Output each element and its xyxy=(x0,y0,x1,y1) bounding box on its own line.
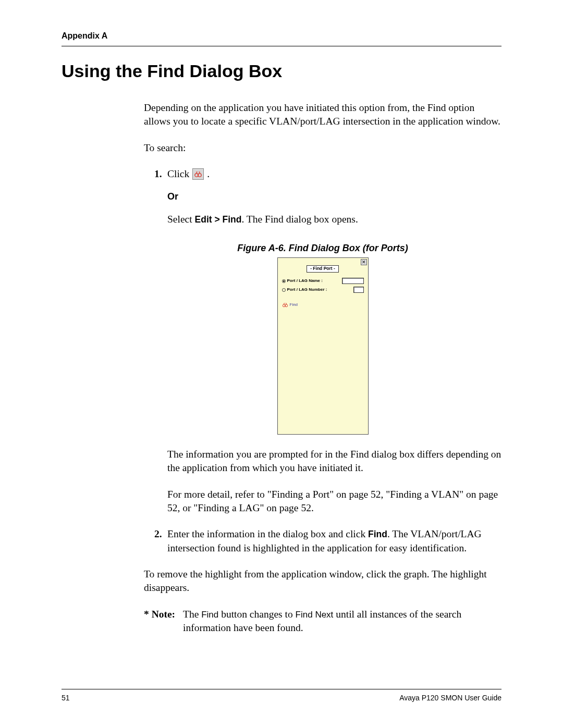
page-footer: 51 Avaya P120 SMON User Guide xyxy=(62,689,501,702)
header-rule xyxy=(62,46,501,46)
page-title: Using the Find Dialog Box xyxy=(62,61,501,81)
step-1b-select: Select Edit > Find. The Find dialog box … xyxy=(167,213,501,226)
step-2-number: 2. xyxy=(154,527,167,555)
step-1-period: . xyxy=(207,167,210,181)
note-label: * Note: xyxy=(144,608,183,635)
footer-page-number: 51 xyxy=(62,694,70,702)
step-1-click-text: Click xyxy=(167,167,189,181)
or-separator: Or xyxy=(167,190,501,203)
note-block: * Note: The Find button changes to Find … xyxy=(144,608,501,635)
figure-wrapper: ✕ - Find Port - Port / LAG Name : Port /… xyxy=(144,257,501,435)
label-port-lag-number: Port / LAG Number : xyxy=(287,287,352,293)
radio-port-lag-name[interactable] xyxy=(282,279,286,283)
dialog-row-number: Port / LAG Number : xyxy=(282,287,364,293)
label-port-lag-name: Port / LAG Name : xyxy=(287,278,340,284)
footer-doc-title: Avaya P120 SMON User Guide xyxy=(399,694,501,702)
to-search-label: To search: xyxy=(144,141,501,155)
note-find-next-text: Find Next xyxy=(296,610,334,620)
binoculars-toolbar-icon[interactable] xyxy=(192,168,204,180)
dialog-title: - Find Port - xyxy=(307,265,339,273)
radio-port-lag-number[interactable] xyxy=(282,288,286,292)
figure-caption: Figure A-6. Find Dialog Box (for Ports) xyxy=(144,242,501,254)
input-port-lag-number[interactable] xyxy=(353,287,364,293)
inline-find-bold: Find xyxy=(368,529,387,539)
appendix-header: Appendix A xyxy=(62,31,501,41)
step-number: 1. xyxy=(154,167,167,181)
step-1: 1. Click . xyxy=(154,167,501,181)
binoculars-icon xyxy=(282,302,288,308)
dialog-row-name: Port / LAG Name : xyxy=(282,278,364,284)
find-button[interactable]: Find xyxy=(282,302,298,308)
after-step1-p2: For more detail, refer to "Finding a Por… xyxy=(167,488,501,515)
find-dialog: ✕ - Find Port - Port / LAG Name : Port /… xyxy=(277,257,369,435)
after-step1-p1: The information you are prompted for in … xyxy=(167,448,501,475)
menu-path-text: Edit > Find xyxy=(195,214,242,225)
find-button-label: Find xyxy=(290,302,298,308)
remove-highlight-paragraph: To remove the highlight from the applica… xyxy=(144,567,501,595)
dialog-close-button[interactable]: ✕ xyxy=(361,259,367,265)
step-2: 2. Enter the information in the dialog b… xyxy=(154,527,501,555)
note-find-text: Find xyxy=(201,610,218,620)
intro-paragraph: Depending on the application you have in… xyxy=(144,101,501,129)
input-port-lag-name[interactable] xyxy=(342,278,364,284)
